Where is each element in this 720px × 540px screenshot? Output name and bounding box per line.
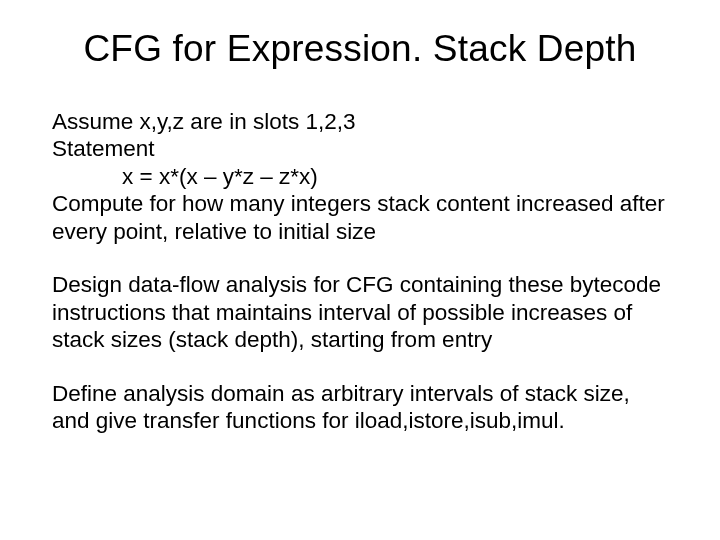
line-statement-label: Statement	[52, 135, 668, 162]
slide-body: Assume x,y,z are in slots 1,2,3 Statemen…	[52, 108, 668, 434]
line-compute: Compute for how many integers stack cont…	[52, 190, 668, 245]
line-statement-expr: x = x*(x – y*z – z*x)	[52, 163, 668, 190]
paragraph-2: Design data-flow analysis for CFG contai…	[52, 271, 668, 353]
paragraph-1: Assume x,y,z are in slots 1,2,3 Statemen…	[52, 108, 668, 245]
line-assume: Assume x,y,z are in slots 1,2,3	[52, 108, 668, 135]
paragraph-3: Define analysis domain as arbitrary inte…	[52, 380, 668, 435]
slide-title: CFG for Expression. Stack Depth	[52, 28, 668, 70]
slide: CFG for Expression. Stack Depth Assume x…	[0, 0, 720, 540]
